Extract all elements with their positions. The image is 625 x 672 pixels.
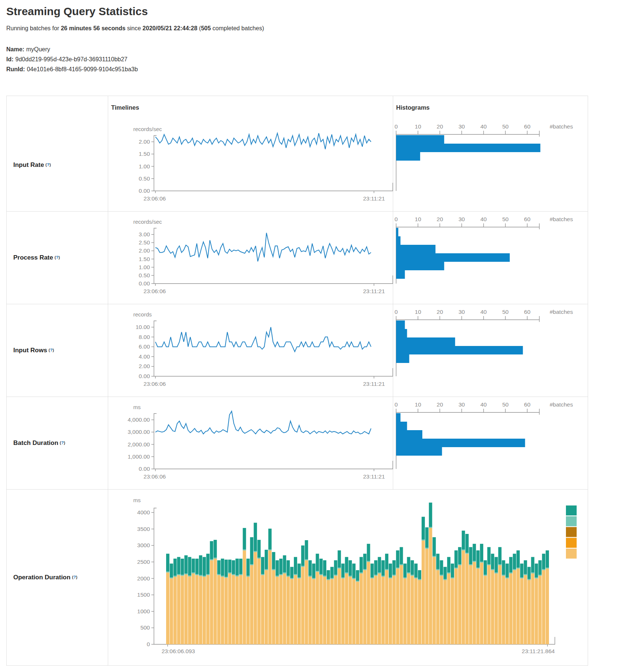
row-label-cell: Batch Duration(?) (7, 397, 108, 489)
batch-duration-histogram-chart: 0102030405060#batches (393, 397, 587, 489)
help-icon[interactable]: (?) (49, 348, 54, 352)
svg-text:10: 10 (415, 309, 422, 315)
query-meta: Name:myQuery Id:9d0dd219-995d-423e-b97d-… (6, 44, 625, 74)
svg-text:ms: ms (133, 404, 141, 410)
help-icon[interactable]: (?) (72, 575, 78, 579)
svg-text:30: 30 (459, 401, 465, 408)
svg-text:0.00: 0.00 (139, 466, 150, 472)
header-empty-cell (7, 96, 108, 119)
svg-text:23:06:06.093: 23:06:06.093 (162, 648, 195, 654)
svg-text:0.00: 0.00 (139, 280, 150, 287)
header-timelines: Timelines (108, 96, 393, 119)
id-value: 9d0dd219-995d-423e-b97d-36931110bb27 (16, 56, 128, 62)
svg-text:10: 10 (415, 401, 422, 408)
svg-text:3.00: 3.00 (139, 231, 150, 237)
table-row-batch-duration: Batch Duration(?) ms4,000.003,000.002,00… (7, 397, 588, 489)
process-rate-histogram-chart: 0102030405060#batches (393, 212, 587, 304)
svg-text:60: 60 (524, 309, 531, 315)
row-label-cell: Process Rate(?) (7, 212, 108, 304)
help-icon[interactable]: (?) (55, 255, 60, 260)
table-header-row: Timelines Histograms (7, 96, 588, 119)
svg-text:1,000.00: 1,000.00 (128, 453, 150, 460)
svg-text:4000: 4000 (137, 509, 150, 515)
svg-text:2.00: 2.00 (139, 138, 150, 145)
svg-text:20: 20 (437, 123, 443, 130)
histogram-chart-cell: 0102030405060#batches (393, 304, 588, 397)
input-rows-timeline-chart: records10.008.006.004.002.000.0023:06:06… (108, 304, 393, 397)
svg-text:2500: 2500 (137, 559, 150, 565)
svg-text:500: 500 (140, 624, 150, 631)
svg-text:10.00: 10.00 (135, 324, 150, 330)
svg-text:23:06:06: 23:06:06 (144, 195, 166, 202)
svg-text:50: 50 (502, 401, 509, 408)
svg-text:2,000.00: 2,000.00 (128, 441, 150, 448)
running-since: since (126, 25, 142, 31)
input-rate-timeline-chart: records/sec2.001.501.000.500.0023:06:062… (108, 119, 393, 211)
svg-text:1.50: 1.50 (139, 151, 150, 157)
row-label: Batch Duration (13, 439, 58, 447)
svg-text:2.00: 2.00 (139, 363, 150, 369)
operation-duration-stacked-bar-chart: ms4000350030002500200015001000500023:06:… (108, 490, 587, 665)
input-rate-histogram-chart: 0102030405060#batches (393, 119, 587, 211)
table-row-input-rows: Input Rows(?) records10.008.006.004.002.… (7, 304, 588, 397)
table-row-input-rate: Input Rate(?) records/sec2.001.501.000.5… (7, 119, 588, 211)
svg-text:4.00: 4.00 (139, 353, 150, 360)
name-label: Name: (6, 46, 24, 52)
svg-text:23:06:06: 23:06:06 (144, 288, 166, 294)
row-label: Process Rate (13, 254, 53, 261)
svg-text:10: 10 (415, 216, 422, 222)
svg-text:1000: 1000 (137, 608, 150, 614)
svg-text:20: 20 (437, 309, 443, 315)
legend-swatch (566, 505, 577, 515)
histogram-chart-cell: 0102030405060#batches (393, 397, 588, 489)
histogram-chart-cell: 0102030405060#batches (393, 212, 588, 304)
running-timestamp: 2020/05/21 22:44:28 (142, 25, 198, 31)
svg-text:records: records (133, 311, 152, 318)
svg-text:3000: 3000 (137, 542, 150, 548)
svg-text:30: 30 (459, 309, 465, 315)
svg-text:23:11:21: 23:11:21 (363, 473, 385, 480)
operation-duration-chart-cell: ms4000350030002500200015001000500023:06:… (108, 490, 588, 665)
help-icon[interactable]: (?) (60, 440, 65, 445)
legend-swatch (566, 527, 577, 537)
svg-text:records/sec: records/sec (133, 219, 162, 225)
table-row-operation-duration: Operation Duration(?) ms4000350030002500… (7, 489, 588, 665)
svg-text:0.50: 0.50 (139, 175, 150, 182)
svg-text:#batches: #batches (550, 309, 573, 315)
running-suffix: completed batches) (211, 25, 264, 31)
table-row-process-rate: Process Rate(?) records/sec3.002.502.001… (7, 211, 588, 304)
svg-text:20: 20 (437, 216, 443, 222)
page-title: Streaming Query Statistics (6, 5, 625, 18)
legend-swatch (566, 538, 577, 548)
svg-text:0.50: 0.50 (139, 272, 150, 278)
svg-text:50: 50 (502, 309, 509, 315)
svg-text:2.00: 2.00 (139, 247, 150, 254)
svg-text:1.50: 1.50 (139, 256, 150, 262)
svg-text:50: 50 (502, 216, 509, 222)
help-icon[interactable]: (?) (45, 162, 51, 167)
timeline-chart-cell: ms4,000.003,000.002,000.001,000.000.0023… (108, 397, 393, 489)
input-rows-histogram-chart: 0102030405060#batches (393, 304, 587, 397)
svg-text:0.00: 0.00 (139, 373, 150, 379)
svg-text:40: 40 (480, 309, 487, 315)
svg-text:40: 40 (480, 123, 487, 130)
svg-text:40: 40 (480, 401, 487, 408)
row-label: Operation Duration (13, 574, 71, 581)
query-runid-line: RunId:04e101e6-8bf8-4165-9099-9104c951ba… (6, 64, 625, 74)
svg-text:23:06:06: 23:06:06 (144, 381, 166, 387)
svg-text:8.00: 8.00 (139, 334, 150, 340)
svg-text:1.00: 1.00 (139, 264, 150, 270)
svg-text:#batches: #batches (550, 123, 573, 130)
running-prefix: Running batches for (6, 25, 61, 31)
svg-text:#batches: #batches (550, 216, 573, 222)
row-label-cell: Input Rows(?) (7, 304, 108, 397)
svg-text:0: 0 (147, 641, 150, 647)
svg-text:1500: 1500 (137, 592, 150, 598)
legend-swatch (566, 549, 577, 559)
svg-text:#batches: #batches (550, 401, 573, 408)
svg-text:50: 50 (502, 123, 509, 130)
svg-text:4,000.00: 4,000.00 (128, 416, 150, 423)
header-histograms: Histograms (393, 96, 588, 119)
svg-text:0: 0 (395, 123, 398, 130)
svg-text:2000: 2000 (137, 575, 150, 582)
